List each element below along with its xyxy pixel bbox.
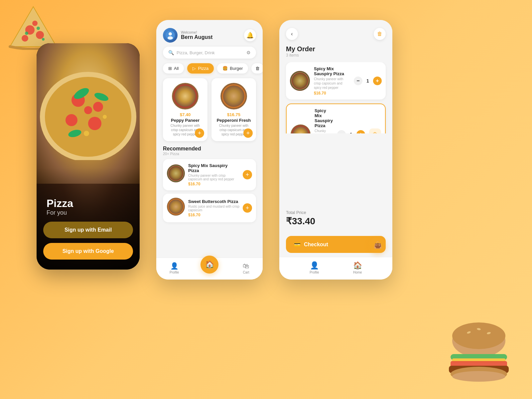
avatar-image [166,31,175,40]
rec-price-2: $16.70 [188,213,239,217]
order-item-1: Spicy Mix Sauspiry Pizza Chunky paneer w… [286,62,386,100]
rec-add-2-button[interactable]: + [243,203,252,213]
cart-icon: 🛍 [243,262,249,270]
category-tabs: ⊞ All ▷ Pizza 🍔 Burger 🗑 [156,63,263,78]
profile-label-phone3: Profile [310,271,319,274]
phone2-main-app: Welcome! Bern August 🔔 🔍 Pizza, Burger, … [156,20,263,280]
pizza-illustration [38,67,138,160]
rec-name-2: Sweet Butterscoth Pizza [188,199,239,204]
order-item-1-info: Spicy Mix Sauspiry Pizza Chunky paneer w… [314,66,350,96]
qty-number-1: 1 [365,78,370,84]
food-card-pepperoni-fresh: $16.75 Pepperoni Fresh Chunky paneer wit… [211,78,256,141]
avatar [163,28,178,43]
search-placeholder: Pizza, Burger, Drink [177,50,244,55]
qty-number-2: 1 [348,132,354,134]
delete-all-button[interactable]: 🗑 [374,28,386,40]
phone3-my-order: ‹ 🗑 My Order 3 items Spicy Mix Sauspiry … [279,20,392,280]
nav-profile-phone3[interactable]: 👤 Profile [310,261,319,274]
rec-add-1-button[interactable]: + [243,170,252,179]
phone1-hero-text: Pizza For you [47,198,73,216]
item-trash-2[interactable]: 🗑 [369,128,381,134]
food-image-2 [220,83,247,109]
phone1-title: Pizza [47,198,73,209]
rec-desc-1: Chunky paneer with crisp capsicum and sp… [188,174,239,181]
rec-item-2: Sweet Butterscoth Pizza Rustic juice and… [163,194,256,222]
home-label-phone3: Home [353,271,362,274]
qty-plus-1[interactable]: + [373,77,382,85]
order-header: ‹ 🗑 [279,20,392,45]
order-item-1-price: $16.70 [314,91,350,96]
pizza-tab-icon: ▷ [193,66,196,71]
qty-minus-1[interactable]: − [354,77,362,85]
search-icon: 🔍 [168,50,174,55]
order-item-2-name: Spicy Mix Sauspiry Pizza [315,108,333,128]
rec-image-1 [167,164,185,182]
order-item-2-image [291,124,311,134]
floating-cart-button[interactable]: 👜 [370,237,386,253]
svg-point-28 [84,131,89,136]
order-item-2-desc: Chunky paneer with crisp capsicum and sp… [315,129,333,133]
signup-email-button[interactable]: Sign up with Email [43,222,133,238]
qty-plus-2[interactable]: + [356,130,365,134]
rec-info-1: Spicy Mix Sauspiry Pizza Chunky paneer w… [188,163,239,186]
nav-profile-phone2[interactable]: 👤 Profile [170,262,179,274]
qty-control-1: − 1 + [354,77,382,85]
cart-label: Cart [243,271,249,274]
order-item-2: Spicy Mix Sauspiry Pizza Chunky paneer w… [286,103,386,133]
svg-point-23 [88,117,101,130]
recommended-section: Recommended 20+ Pizza Spicy Mix Sauspiry… [156,146,263,226]
notification-bell[interactable]: 🔔 [244,29,256,41]
checkout-card-icon: 💳 [294,241,301,248]
home-fab-button[interactable]: 🏠 [200,256,218,274]
rec-price-1: $16.70 [188,182,239,186]
nav-cart-phone2[interactable]: 🛍 Cart [243,262,249,274]
nav-home-phone3[interactable]: 🏠 Home [353,261,362,274]
order-title-area: My Order 3 items [279,45,392,62]
rec-desc-2: Rustic juice and mustard with crisp caps… [188,205,239,212]
recommended-title: Recommended [163,146,256,152]
svg-point-1 [36,31,44,39]
phone1-signup: Pizza For you Sign up with Email Sign up… [37,43,140,270]
app-header: Welcome! Bern August 🔔 [156,20,263,47]
add-food-1-button[interactable]: + [195,128,204,138]
filter-icon[interactable]: ⚙ [246,50,251,55]
user-info: Welcome! Bern August [163,28,212,43]
checkout-label: Checkout [304,242,328,248]
pizza-decoration [7,3,60,50]
signup-google-button[interactable]: Sign up with Google [43,243,133,260]
svg-point-32 [168,36,173,40]
svg-point-29 [103,115,107,119]
order-item-2-info: Spicy Mix Sauspiry Pizza Chunky paneer w… [315,108,333,133]
tab-all[interactable]: ⊞ All [163,63,184,74]
tab-burger[interactable]: 🍔 Burger [217,63,248,74]
burger-tab-icon: 🍔 [222,66,228,71]
add-food-2-button[interactable]: + [243,128,253,138]
order-total-area: Total Price ₹33.40 [279,205,392,232]
qty-minus-2[interactable]: − [337,130,346,134]
svg-point-31 [169,32,172,36]
profile-label: Profile [170,271,179,274]
rec-info-2: Sweet Butterscoth Pizza Rustic juice and… [188,199,239,217]
svg-point-17 [452,371,505,382]
tab-more[interactable]: 🗑 [251,63,263,74]
svg-point-2 [22,35,28,42]
order-items-list: Spicy Mix Sauspiry Pizza Chunky paneer w… [279,62,392,133]
profile-icon: 👤 [170,262,179,270]
burger-decoration [446,322,512,382]
user-name: Bern August [181,34,212,40]
order-item-1-image [290,71,310,91]
profile-icon-phone3: 👤 [310,261,319,270]
food-name-1: Peppy Paneer [171,118,200,123]
tab-pizza[interactable]: ▷ Pizza [187,63,214,74]
svg-point-5 [37,27,40,30]
food-image-1 [172,83,199,109]
back-button[interactable]: ‹ [286,28,298,40]
welcome-text: Welcome! [181,30,212,34]
trash-icon-tab: 🗑 [255,66,260,71]
svg-point-4 [25,32,28,35]
food-price-1: $7.40 [180,112,191,117]
all-tab-icon: ⊞ [168,66,172,71]
cart-bag-icon: 👜 [374,241,382,249]
qty-control-2: − 1 + [337,130,365,134]
search-bar[interactable]: 🔍 Pizza, Burger, Drink ⚙ [163,47,256,59]
